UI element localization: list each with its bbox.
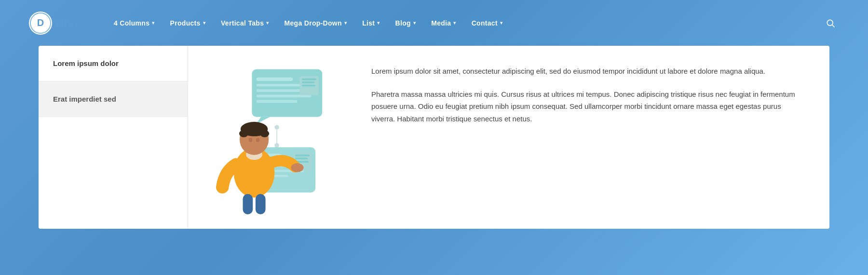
sidebar-item-2[interactable]: Erat imperdiet sed	[39, 81, 188, 117]
svg-rect-36	[256, 194, 266, 214]
svg-rect-23	[295, 155, 310, 157]
chevron-down-icon: ▾	[344, 20, 347, 26]
svg-rect-10	[302, 81, 314, 83]
nav-item-mega-dropdown[interactable]: Mega Drop-Down ▾	[278, 15, 354, 31]
svg-point-15	[274, 143, 279, 147]
svg-point-34	[256, 138, 260, 142]
nav-item-media[interactable]: Media ▾	[424, 15, 463, 31]
svg-point-31	[239, 130, 248, 137]
nav-item-vertical-tabs[interactable]: Vertical Tabs ▾	[214, 15, 276, 31]
chevron-down-icon: ▾	[152, 20, 154, 26]
svg-rect-3	[257, 78, 293, 81]
sidebar-item-1[interactable]: Lorem ipsum dolor	[39, 46, 188, 81]
svg-point-13	[274, 125, 279, 130]
paragraph-1: Lorem ipsum dolor sit amet, consectetur …	[371, 65, 805, 78]
nav-item-products[interactable]: Products ▾	[163, 15, 212, 31]
search-button[interactable]	[822, 14, 839, 32]
logo-text: divi	[56, 15, 78, 31]
chevron-down-icon: ▾	[500, 20, 502, 26]
svg-point-0	[827, 20, 833, 26]
logo-d-circle: D	[30, 13, 51, 34]
svg-rect-24	[295, 157, 308, 159]
svg-point-33	[249, 138, 253, 142]
paragraph-2: Pharetra massa massa ultricies mi quis. …	[371, 88, 805, 125]
logo-area[interactable]: D divi	[29, 12, 78, 35]
chevron-down-icon: ▾	[203, 20, 205, 26]
logo-circle: D	[29, 12, 52, 35]
svg-rect-9	[302, 79, 316, 80]
chevron-down-icon: ▾	[413, 20, 416, 26]
nav-item-blog[interactable]: Blog ▾	[389, 15, 423, 31]
chevron-down-icon: ▾	[377, 20, 380, 26]
text-area: Lorem ipsum dolor sit amet, consectetur …	[352, 46, 829, 229]
svg-line-1	[832, 25, 835, 27]
chevron-down-icon: ▾	[453, 20, 456, 26]
svg-point-32	[260, 130, 269, 137]
navbar: D divi 4 Columns ▾ Products ▾ Vertical T…	[0, 0, 868, 46]
logo-letter: D	[37, 17, 44, 28]
svg-rect-35	[243, 194, 253, 214]
illustration-area	[188, 46, 352, 229]
chevron-down-icon: ▾	[266, 20, 269, 26]
svg-point-27	[291, 163, 303, 172]
nav-item-list[interactable]: List ▾	[355, 15, 386, 31]
svg-rect-5	[257, 89, 307, 92]
svg-rect-7	[257, 100, 298, 103]
left-sidebar: Lorem ipsum dolor Erat imperdiet sed	[39, 46, 188, 229]
search-icon	[826, 18, 835, 28]
nav-links: 4 Columns ▾ Products ▾ Vertical Tabs ▾ M…	[107, 15, 822, 31]
nav-item-contact[interactable]: Contact ▾	[465, 15, 510, 31]
illustration	[203, 60, 338, 214]
content-panel: Lorem ipsum dolor Erat imperdiet sed	[39, 46, 829, 229]
nav-item-4columns[interactable]: 4 Columns ▾	[107, 15, 162, 31]
svg-rect-11	[302, 85, 315, 87]
